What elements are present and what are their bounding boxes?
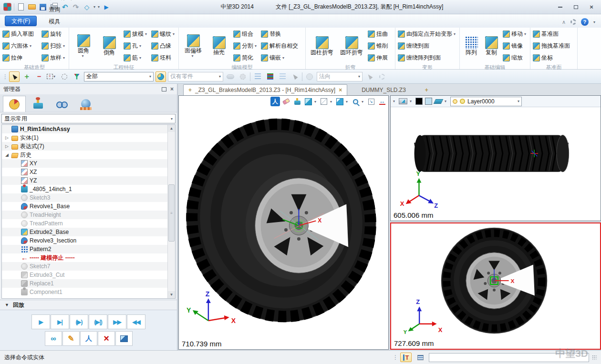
ribbon-button[interactable]: 移动▾ (502, 30, 528, 38)
toolbar-grip[interactable]: ⋮ (2, 73, 7, 80)
ribbon-button[interactable]: 插入草图 (1, 30, 40, 38)
customize-toolbar-arrow-icon[interactable]: ▾ (98, 5, 100, 9)
playback-button[interactable]: ▶| (51, 314, 69, 329)
tree-item[interactable]: Extrude2_Base (2, 228, 167, 236)
pick-cursor-icon[interactable] (9, 71, 20, 82)
history-manager-tab-icon[interactable] (3, 96, 26, 112)
menu-tab[interactable]: 查询 (42, 4, 78, 16)
main-viewport[interactable]: 人 ▾ ▾ ▾ ▾ ↘ ↔ (178, 95, 389, 350)
ribbon-button[interactable]: 替换 (260, 30, 304, 38)
text-command-icon[interactable]: T (400, 353, 412, 362)
tree-filter-combo[interactable]: 显示常用▾ (1, 114, 176, 123)
normal-orient-icon[interactable] (304, 71, 315, 82)
open-file-button[interactable] (28, 3, 36, 11)
playback-button[interactable]: (▶|) (89, 314, 107, 329)
ribbon-button[interactable]: 旋转 (41, 30, 67, 38)
help-icon[interactable]: ? (581, 18, 589, 26)
demo-button[interactable] (80, 331, 97, 346)
ribbon-button[interactable]: 缠绕到面 (397, 42, 458, 50)
ribbon-big-button[interactable]: 抽壳 (206, 34, 232, 59)
bottom-right-viewport-active[interactable]: X Z X Y 727.609 mm (390, 222, 601, 350)
ribbon-big-button[interactable]: 面偏移▾ (180, 34, 206, 59)
tree-item[interactable]: Revolve1_Base (2, 202, 167, 211)
black-color-swatch[interactable] (415, 98, 423, 105)
log-list-icon[interactable] (414, 353, 426, 362)
top-right-viewport[interactable]: ▾ ▾ ▾ Layer0000 ▾ (390, 95, 601, 221)
pick-cursor-gray-icon[interactable] (364, 71, 375, 82)
ribbon-button[interactable]: 基准面 (532, 30, 576, 38)
layer-icon[interactable] (434, 99, 444, 104)
expand-arrow-icon[interactable]: ▷ (4, 144, 10, 149)
delete-button[interactable] (98, 331, 115, 346)
ribbon-big-button[interactable]: 圆角▾ (71, 34, 96, 59)
tree-item[interactable]: TreadPattern (2, 219, 167, 228)
tree-item[interactable]: Component1 (2, 288, 167, 296)
menu-tab[interactable]: 视觉样式 (42, 0, 78, 4)
ribbon-big-button[interactable]: 倒角 (96, 34, 122, 59)
ribbon-button[interactable]: 缩放 (502, 54, 528, 62)
maximize-button[interactable] (569, 2, 582, 11)
ribbon-button[interactable]: 简化 (232, 54, 259, 62)
display-mode-icon[interactable] (399, 98, 407, 104)
shaded-display-icon[interactable] (303, 97, 313, 106)
ribbon-button[interactable]: 六面体▾ (1, 42, 40, 50)
tree-item[interactable]: H_Rim14inchAssy (2, 125, 167, 133)
collapse-ribbon-icon[interactable]: ∧ (562, 19, 566, 25)
render-manager-tab-icon[interactable] (74, 96, 97, 112)
ribbon-button[interactable]: 镜像 (502, 42, 528, 50)
ribbon-button[interactable]: 分割▾ (232, 42, 259, 50)
menu-tab[interactable]: 模具 (42, 16, 78, 28)
dropdown-arrow-icon[interactable]: ▾ (410, 99, 413, 103)
pick-settings-icon[interactable] (377, 71, 387, 82)
ribbon-button[interactable]: 缠绕阵列到面 (397, 54, 458, 62)
zoom-icon[interactable] (351, 97, 360, 106)
chain-select-icon[interactable] (225, 71, 236, 82)
dropdown-arrow-icon[interactable]: ▾ (362, 100, 365, 104)
scroll-down-icon[interactable]: ▼ (168, 291, 175, 298)
dropdown-arrow-icon[interactable]: ▾ (445, 99, 448, 103)
layer-combo[interactable]: Layer0000 ▾ (450, 97, 522, 106)
ribbon-big-button[interactable]: 复制 (481, 36, 501, 56)
measure-icon[interactable]: ↔ (377, 97, 387, 106)
ribbon-button[interactable]: 拖拽基准面 (532, 42, 576, 50)
ribbon-button[interactable]: 锥削 (367, 42, 394, 50)
tree-item[interactable]: Sketch7 (2, 262, 167, 271)
panel-close-icon[interactable]: × (170, 86, 174, 92)
dropdown-arrow-icon[interactable]: ▾ (393, 99, 396, 103)
document-tab-inactive[interactable]: DUMMY_SLD.Z3 (347, 84, 420, 95)
ribbon-button[interactable]: 伸展 (367, 54, 394, 62)
view-navigate-button[interactable]: ◇ (83, 3, 91, 11)
playback-button[interactable]: ◀◀ (127, 314, 145, 329)
dropdown-arrow-icon[interactable]: ▾ (314, 100, 318, 104)
ribbon-button[interactable]: 组合 (232, 30, 259, 38)
ribbon-button[interactable]: 拉伸 (1, 54, 40, 62)
tree-item[interactable]: Replace1 (2, 279, 167, 288)
tree-item[interactable]: Pattern2 (2, 245, 167, 253)
constraint-manager-tab-icon[interactable] (27, 96, 50, 112)
link-button[interactable] (45, 331, 62, 346)
walkthrough-icon[interactable]: 人 (270, 97, 280, 106)
window-select-icon[interactable]: +▾ (46, 71, 57, 82)
remove-select-icon[interactable]: － (34, 71, 44, 82)
tree-item[interactable]: Revolve3_Isection (2, 236, 167, 245)
ribbon-button[interactable]: 坯料 (150, 54, 177, 62)
tree-item[interactable]: XZ (2, 168, 167, 176)
scroll-up-icon[interactable]: ▲ (168, 125, 175, 132)
panel-restore-icon[interactable] (162, 87, 166, 91)
ribbon-button[interactable]: 孔▾ (123, 42, 149, 50)
ribbon-button[interactable]: 放样▾ (41, 54, 67, 62)
gear-icon[interactable] (570, 19, 576, 25)
ribbon-big-button[interactable]: 阵列 (461, 36, 481, 56)
view-navigate-dropdown-icon[interactable]: ▾ (93, 5, 95, 9)
ribbon-button[interactable]: 螺纹▾ (150, 30, 177, 38)
scroll-thumb[interactable]: ≡ (168, 184, 175, 242)
tree-item[interactable]: ▷ 实体(1) (2, 133, 167, 142)
playback-button[interactable]: (▶) (70, 314, 88, 329)
selection-set-colored-icon[interactable] (265, 71, 275, 82)
normal-mode-combo[interactable]: 法向▾ (317, 72, 363, 81)
tree-item[interactable]: XY (2, 159, 167, 168)
command-input[interactable] (429, 353, 589, 362)
ribbon-button[interactable]: 由指定点开始变形▾ (397, 30, 458, 38)
dropdown-arrow-icon[interactable]: ▾ (346, 100, 349, 104)
pick-last-icon[interactable] (290, 71, 300, 82)
